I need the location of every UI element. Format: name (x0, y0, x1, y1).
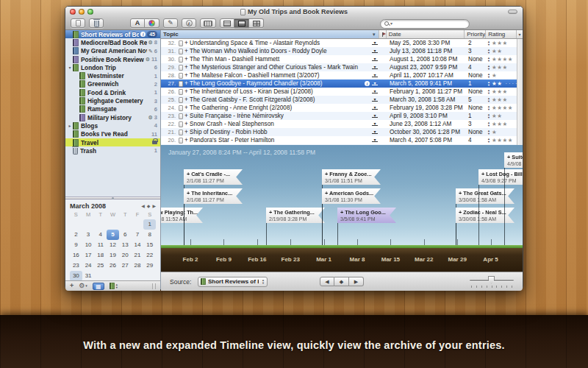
disclosure-open-icon[interactable]: ▾ (67, 65, 73, 70)
calendar-day[interactable]: 22 (143, 250, 156, 261)
priority-stepper[interactable]: ▲▼ (487, 49, 490, 54)
minimize-button[interactable] (79, 9, 85, 15)
timeline-forward-button[interactable]: ▶ (349, 277, 364, 286)
rating-stars[interactable]: ★★ (492, 113, 502, 119)
rating-stars[interactable]: ★★★ (492, 40, 508, 46)
new-entry-button[interactable] (71, 18, 85, 28)
calendar-day[interactable]: 9 (70, 240, 82, 250)
zoom-button[interactable] (87, 9, 93, 15)
calendar-day[interactable]: 31 (82, 271, 95, 281)
calendar-day[interactable]: 12 (107, 240, 119, 250)
calendar-day[interactable]: 20 (119, 250, 132, 261)
source-popup-button[interactable]: Short Reviews of B... ▲▼ (198, 277, 268, 287)
rating-stars[interactable]: ★★★ (492, 88, 508, 95)
entry-view-button[interactable] (220, 18, 234, 28)
timeline-flag[interactable]: + Lost Dog - Bill...4/3/08 9:27 PM (478, 169, 523, 185)
calendar-day[interactable]: 15 (143, 240, 156, 250)
priority-stepper[interactable]: ▲▼ (487, 40, 490, 46)
timeline-flag[interactable]: + Zodiac - Neal S...3/30/08 1:58 AM (456, 208, 514, 223)
table-row[interactable]: 21.+ Ship of Destiny - Robin Hobb▾Octobe… (161, 128, 517, 136)
priority-stepper[interactable]: ▲▼ (487, 73, 490, 78)
sidebar-item-mediocre-bad-book-rev[interactable]: Mediocre/Bad Book Rev...⚙8 (65, 38, 160, 46)
timeline-flag[interactable]: + Now Playing: Th...1/28/08 11:52 AM (161, 208, 203, 223)
priority-stepper[interactable]: ▲▼ (487, 121, 490, 127)
calendar-day[interactable]: 2 (70, 230, 82, 240)
calendar-day[interactable]: 29 (143, 261, 156, 271)
rating-stars[interactable]: ★ (492, 72, 497, 79)
rating-stars[interactable]: ★★★ (492, 64, 508, 71)
calendar-day[interactable]: 10 (82, 240, 95, 250)
calendar-day[interactable]: 4 (94, 230, 107, 240)
sidebar-item-ramsgate[interactable]: Ramsgate6 (65, 105, 160, 113)
priority-stepper[interactable]: ▲▼ (487, 105, 490, 110)
priority-stepper[interactable]: ▲▼ (487, 113, 490, 118)
calendar-day[interactable]: 28 (132, 261, 144, 271)
calendar-day[interactable]: 18 (94, 250, 107, 261)
table-row[interactable]: 28.+ The Maltese Falcon - Dashiell Hamme… (161, 71, 517, 79)
table-row[interactable]: 23.+ Suite Française - Irène Némirovsky▾… (161, 112, 517, 120)
table-row[interactable]: 32.+ Understanding Space & Time - Alasta… (161, 39, 517, 47)
rating-stars[interactable]: ★★★ (492, 121, 508, 127)
fonts-button[interactable]: A (130, 18, 145, 28)
column-header-priority[interactable]: Priority (465, 30, 486, 38)
timeline-flag[interactable]: + The Long Goo...3/5/08 9:41 PM (337, 208, 396, 223)
priority-stepper[interactable]: ▲▼ (487, 130, 490, 135)
timeline-flag[interactable]: + The Gathering...2/19/08 3:28 PM (266, 208, 325, 223)
priority-stepper[interactable]: ▲▼ (487, 89, 490, 94)
search-field[interactable]: ▾ (380, 19, 470, 29)
calendar-day[interactable]: 24 (82, 261, 95, 271)
table-row[interactable]: 27.+ The Long Goodbye - Raymond Chandler… (161, 79, 517, 88)
sidebar-item-westminster[interactable]: Westminster1 (65, 71, 160, 79)
rating-stars[interactable]: ★★ (492, 48, 502, 54)
timeline-zoom-slider[interactable] (470, 275, 514, 289)
calendar-day[interactable]: 16 (70, 250, 82, 261)
timeline-flag[interactable]: + Suite Fran...4/9/08 3:10 PM (504, 152, 523, 168)
sidebar-item-trash[interactable]: Trash1 (65, 146, 160, 155)
disclosure-closed-icon[interactable]: ▸ (67, 123, 73, 128)
calendar-day[interactable]: 7 (132, 230, 144, 240)
delete-entry-button[interactable] (89, 18, 104, 28)
sidebar-item-london-trip[interactable]: ▾London Trip6 (65, 63, 160, 71)
add-journal-button[interactable]: + (70, 283, 74, 289)
timeline-view-button[interactable] (234, 18, 249, 28)
table-row[interactable]: 25.+ The Great Gatsby - F. Scott Fitzger… (161, 96, 517, 104)
calendar-day[interactable]: 13 (119, 240, 132, 250)
calendar-day[interactable]: 3 (82, 230, 95, 240)
column-header-topic[interactable]: Topic ▼ (161, 30, 379, 38)
calendar-day[interactable]: 11 (94, 240, 107, 250)
grid-view-button[interactable] (249, 18, 264, 28)
calendar-day[interactable]: 14 (132, 240, 144, 250)
sidebar-item-food-drink[interactable]: Food & Drink1 (65, 88, 160, 96)
table-row[interactable]: 30.+ The Thin Man - Dashiell Hammett▾Aug… (161, 55, 517, 63)
rating-stars[interactable]: ★★★★ (492, 137, 513, 144)
annotate-button[interactable]: ✎ (163, 18, 178, 28)
priority-stepper[interactable]: ▲▼ (487, 138, 490, 143)
timeline-flag[interactable]: + The Inheritanc...2/1/08 11:27 PM (184, 188, 243, 204)
calendar-day[interactable]: 8 (143, 230, 156, 240)
table-row[interactable]: 24.+ The Gathering - Anne Enright (2/200… (161, 104, 517, 112)
timeline-flag[interactable]: + American Gods...3/1/08 11:30 PM (322, 188, 381, 204)
calendar-day[interactable]: 5 (107, 230, 119, 240)
priority-stepper[interactable]: ▲▼ (487, 97, 490, 102)
toolbar-toggle-pill[interactable] (508, 10, 517, 14)
rating-stars[interactable]: ★★ ···· (492, 80, 517, 87)
info-badge-icon[interactable]: i (140, 32, 146, 37)
calendar-next-button[interactable]: ▶ (152, 203, 156, 208)
priority-stepper[interactable]: ▲▼ (487, 81, 490, 86)
timeline-flag[interactable]: + Cat's Cradle -...2/1/08 11:27 PM (184, 169, 243, 185)
info-button[interactable]: i (182, 18, 196, 28)
slider-thumb[interactable] (488, 276, 495, 284)
sidebar-item-military-history[interactable]: Military History⚙3 (65, 113, 160, 121)
rating-stars[interactable]: ★★★★ (492, 56, 513, 63)
rating-stars[interactable]: ★ (492, 129, 497, 135)
titlebar[interactable]: My Old Trips and Book Reviews (65, 7, 523, 17)
action-menu-button[interactable]: ⚙▾ (79, 283, 87, 289)
calendar-day[interactable]: 25 (94, 261, 107, 271)
sidebar-item-my-great-american-novel[interactable]: My Great American Novel✎6 (65, 47, 160, 55)
journal-switcher-button[interactable]: ▲▼ (110, 283, 118, 289)
table-row[interactable]: 26.+ The Inheritance of Loss - Kiran Des… (161, 88, 517, 96)
timeline-flag[interactable]: + Franny & Zooe...3/1/08 11:51 PM (322, 169, 381, 185)
column-header-flag[interactable] (379, 30, 387, 38)
media-browser-button[interactable] (200, 18, 216, 28)
calendar-day[interactable]: 1 (143, 219, 156, 230)
